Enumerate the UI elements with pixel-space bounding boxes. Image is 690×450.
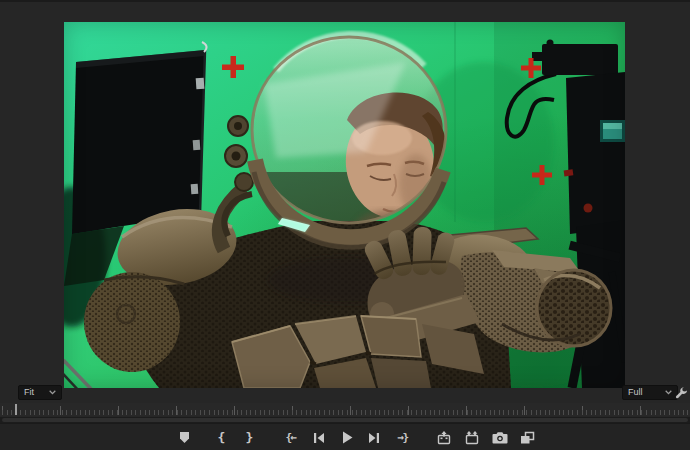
ruler-minor-ticks xyxy=(2,410,690,415)
go-to-in-icon: {← xyxy=(285,432,295,443)
play-button[interactable] xyxy=(336,427,357,448)
transport-controls-bar: { } {← xyxy=(0,423,690,450)
go-to-out-icon: →} xyxy=(397,432,407,443)
transport-controls: { } {← xyxy=(174,427,538,448)
camera-icon xyxy=(492,431,508,444)
step-back-icon xyxy=(312,432,325,444)
marker-icon xyxy=(178,431,191,444)
playhead-marker[interactable] xyxy=(15,404,17,415)
play-icon xyxy=(341,431,353,444)
comparison-view-button[interactable] xyxy=(517,427,538,448)
zoom-level-value: Fit xyxy=(24,386,34,399)
extract-button[interactable] xyxy=(461,427,482,448)
go-to-in-button[interactable]: {← xyxy=(280,427,301,448)
step-back-button[interactable] xyxy=(308,427,329,448)
mark-in-button[interactable]: { xyxy=(211,427,232,448)
wrench-icon xyxy=(675,386,688,399)
settings-button[interactable] xyxy=(674,385,689,400)
chevron-down-icon xyxy=(49,390,56,395)
program-monitor-video-viewport[interactable] xyxy=(64,22,625,388)
comparison-view-icon xyxy=(520,431,535,445)
playback-resolution-value: Full xyxy=(628,386,643,399)
lift-button[interactable] xyxy=(433,427,454,448)
helmet xyxy=(252,34,452,250)
green-screen-footage xyxy=(64,22,625,388)
export-frame-button[interactable] xyxy=(489,427,510,448)
timeline-ruler[interactable] xyxy=(0,403,690,416)
playback-resolution-select[interactable]: Full xyxy=(622,385,678,400)
mark-in-icon: { xyxy=(218,431,226,444)
zoom-level-select[interactable]: Fit xyxy=(18,385,62,400)
add-marker-button[interactable] xyxy=(174,427,195,448)
step-forward-button[interactable] xyxy=(364,427,385,448)
chevron-down-icon xyxy=(665,390,672,395)
mark-out-button[interactable]: } xyxy=(239,427,260,448)
monitor-settings-row: Fit Full xyxy=(0,385,690,402)
mark-out-icon: } xyxy=(246,431,254,444)
go-to-out-button[interactable]: →} xyxy=(392,427,413,448)
extract-icon xyxy=(464,431,480,445)
monitor-scrollbar-thumb[interactable] xyxy=(2,418,688,422)
lift-icon xyxy=(436,431,452,445)
step-forward-icon xyxy=(368,432,381,444)
program-monitor-panel: Fit Full xyxy=(0,0,690,450)
